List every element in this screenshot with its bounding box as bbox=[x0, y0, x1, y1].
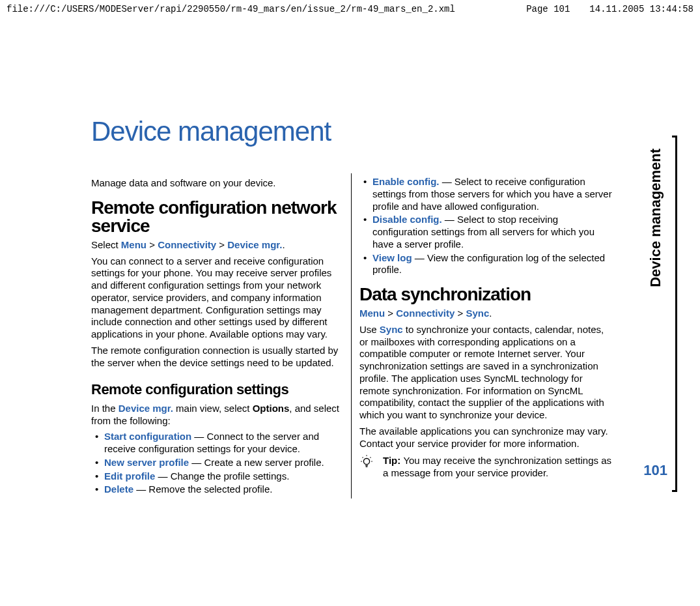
sync-nav-path: Menu > Connectivity > Sync. bbox=[359, 308, 612, 320]
nav-path: Select Menu > Connectivity > Device mgr.… bbox=[91, 239, 343, 252]
tip-block: Tip: You may receive the synchronization… bbox=[359, 455, 612, 480]
list-item: Disable config. — Select to stop receivi… bbox=[359, 214, 612, 250]
nav-connectivity: Connectivity bbox=[396, 308, 455, 319]
tip-icon bbox=[359, 455, 375, 480]
svg-line-7 bbox=[371, 457, 371, 458]
nav-menu: Menu bbox=[121, 239, 147, 250]
remote-config-para1: You can connect to a server and receive … bbox=[91, 255, 343, 341]
page-content: Device management Manage data and softwa… bbox=[13, 18, 638, 498]
tip-text: Tip: You may receive the synchronization… bbox=[383, 455, 612, 480]
remote-config-heading: Remote configuration network service bbox=[91, 199, 343, 235]
nav-menu: Menu bbox=[359, 308, 385, 319]
sync-use-para: Use Sync to synchronize your contacts, c… bbox=[359, 324, 612, 422]
intro-text: Manage data and software on your device. bbox=[91, 177, 343, 190]
remote-config-para2: The remote configuration connection is u… bbox=[91, 345, 343, 369]
list-item: New server profile — Create a new server… bbox=[91, 457, 343, 469]
column-left: Manage data and software on your device.… bbox=[91, 173, 352, 498]
list-item: Start configuration — Connect to the ser… bbox=[91, 431, 343, 455]
list-item: Edit profile — Change the profile settin… bbox=[91, 470, 343, 483]
sidebar-border bbox=[672, 136, 677, 492]
column-right: Enable config. — Select to receive confi… bbox=[352, 173, 612, 498]
file-path: file:///C:/USERS/MODEServer/rapi/2290550… bbox=[7, 4, 507, 14]
timestamp: 14.11.2005 13:44:58 bbox=[589, 4, 693, 14]
remote-config-settings-heading: Remote configuration settings bbox=[91, 381, 343, 399]
svg-line-6 bbox=[363, 457, 363, 458]
list-item: View log — View the configuration log of… bbox=[359, 252, 612, 277]
page-number: 101 bbox=[643, 462, 667, 479]
svg-point-0 bbox=[363, 459, 369, 465]
nav-sync: Sync bbox=[466, 308, 489, 319]
data-sync-heading: Data synchronization bbox=[359, 285, 612, 304]
nav-connectivity: Connectivity bbox=[158, 239, 216, 250]
nav-device-mgr: Device mgr. bbox=[227, 239, 282, 250]
sidebar: Device management 101 bbox=[638, 18, 684, 498]
settings-list-right: Enable config. — Select to receive confi… bbox=[359, 176, 612, 276]
list-item: Delete — Remove the selected profile. bbox=[91, 483, 343, 496]
page-title: Device management bbox=[91, 116, 612, 147]
sync-availability-para: The available applications you can synch… bbox=[359, 426, 612, 450]
sidebar-section-label: Device management bbox=[647, 149, 664, 287]
list-item: Enable config. — Select to receive confi… bbox=[359, 176, 612, 212]
page-header: file:///C:/USERS/MODEServer/rapi/2290550… bbox=[0, 0, 700, 18]
settings-list-left: Start configuration — Connect to the ser… bbox=[91, 431, 343, 496]
page-indicator: Page 101 bbox=[526, 4, 570, 14]
settings-intro: In the Device mgr. main view, select Opt… bbox=[91, 403, 343, 427]
